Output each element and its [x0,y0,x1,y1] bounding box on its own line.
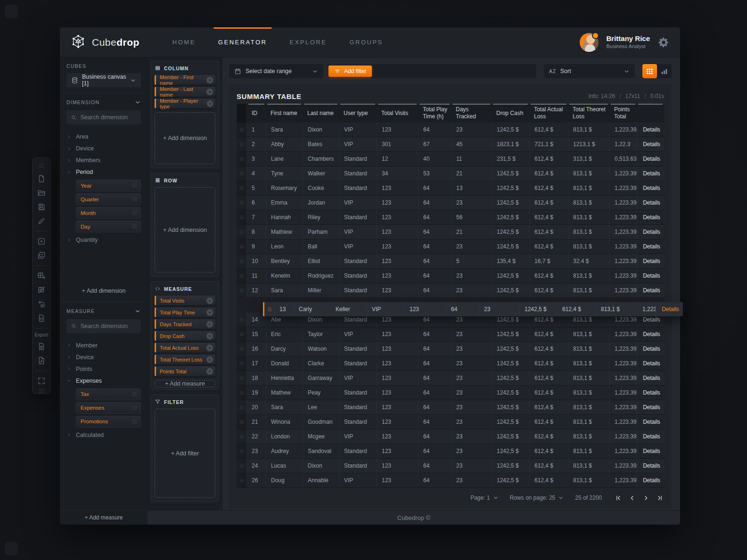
close-icon[interactable]: × [206,77,213,83]
tree-chip-month[interactable]: Month [76,207,141,219]
column-header[interactable]: Total Play Time (h) [418,104,451,123]
row-drag-handle[interactable] [237,254,247,268]
close-icon[interactable]: × [207,100,213,107]
nav-tab-groups[interactable]: GROUPS [338,27,394,57]
column-header[interactable]: Points Total [609,104,637,123]
close-icon[interactable]: × [206,333,213,339]
tree-chip-quarter[interactable]: Quarter [76,193,141,205]
file-code-button[interactable] [35,312,48,324]
tree-item-points[interactable]: Points [66,365,141,373]
last-page-button[interactable] [656,494,663,502]
table-row[interactable]: 1SaraDixonVIP12364231242,5 $612,4 $813,1… [237,123,664,137]
row-drag-handle[interactable] [237,181,247,195]
column-dropzone[interactable]: + Add dimension [155,112,215,164]
table-row[interactable]: 17DonaldClarkeStandard12364231242,5 $612… [237,356,664,371]
drag-handle[interactable] [132,405,137,411]
tree-chip-expenses[interactable]: Expenses [76,402,141,414]
table-row[interactable]: 6EmmaJordanVIP12364231242,5 $612,4 $813,… [237,196,664,210]
add-measure-button[interactable]: + Add measure [60,510,148,525]
details-link[interactable]: Details [637,210,664,224]
flip-button[interactable] [35,298,48,310]
row-drag-handle[interactable] [237,210,247,224]
details-link[interactable]: Details [637,327,664,341]
sort-select[interactable]: AZ Sort [544,64,635,78]
page-select[interactable]: Page: 1 [470,494,498,501]
drag-handle[interactable] [132,224,137,229]
column-header[interactable]: Days Tracked [451,104,492,123]
row-drag-handle[interactable] [237,166,247,181]
details-link[interactable]: Details [637,444,664,458]
table-add-button[interactable] [35,270,48,282]
rows-per-page-select[interactable]: Rows on page: 25 [510,494,564,501]
table-row[interactable]: 9LeonBallVIP12364231242,5 $612,4 $813,1 … [237,239,664,254]
row-drag-handle[interactable] [237,283,247,297]
file-pdf-button[interactable] [35,354,48,367]
builder-chip[interactable]: Drop Cash × [155,331,215,341]
table-row[interactable]: 21WinonaGoodmanStandard12364231242,5 $61… [237,415,664,429]
tree-item-period[interactable]: Period [66,168,141,176]
builder-chip[interactable]: Total Play Time × [155,307,215,317]
builder-chip[interactable]: Points Total × [155,366,215,376]
filter-dropzone[interactable]: + Add filter [155,409,215,498]
close-icon[interactable]: × [206,345,213,351]
table-row[interactable]: 4TyneWalkerStandard3453211242,5 $612,4 $… [237,166,664,181]
close-icon[interactable]: × [206,356,213,363]
row-drag-handle[interactable] [237,415,247,429]
column-header[interactable]: Last name [303,104,339,123]
details-link[interactable]: Details [656,302,683,316]
row-drag-handle[interactable] [237,342,247,356]
add-dimension-button[interactable]: + Add dimension [66,283,141,297]
first-page-button[interactable] [615,494,622,502]
chevron-down-icon[interactable] [134,308,141,314]
drag-handle[interactable] [132,210,137,215]
details-link[interactable]: Details [637,239,664,254]
table-row[interactable]: 22LondonMcgeeVIP12364231242,5 $612,4 $81… [237,429,664,444]
next-page-button[interactable] [642,494,649,502]
builder-chip[interactable]: Total Actual Loss × [155,343,215,353]
tree-item-member[interactable]: Member [66,341,141,350]
file-spreadsheet-button[interactable] [35,340,48,353]
row-drag-handle[interactable] [237,400,247,414]
tree-chip-year[interactable]: Year [76,180,141,191]
details-link[interactable]: Details [637,386,664,400]
tree-item-area[interactable]: Area [66,132,141,141]
add-filter-button[interactable]: Add filter [328,66,372,77]
nav-tab-explore[interactable]: EXPLORE [279,27,338,57]
table-row[interactable]: 8MathiewParhamVIP12364211242,5 $612,4 $8… [237,225,664,239]
chart-view-button[interactable] [657,64,672,78]
row-dropzone[interactable]: + Add dimension [155,187,215,272]
run-stack-button[interactable] [35,249,48,262]
drag-handle[interactable] [132,197,137,202]
tree-chip-promotions[interactable]: Promotions [76,416,141,428]
run-button[interactable] [35,235,48,247]
table-row[interactable]: 20SaraLeeStandard12364231242,5 $612,4 $8… [237,400,664,415]
date-range-select[interactable]: Select date range [229,64,323,78]
brand[interactable]: Cubedrop [70,33,140,51]
builder-chip[interactable]: Total Theoret Loss × [155,354,215,364]
table-row[interactable]: 16DarcyWatsonStandard12364231242,5 $612,… [237,342,664,356]
nav-tab-generator[interactable]: GENERATOR [207,27,279,57]
row-drag-handle[interactable] [237,444,247,458]
row-drag-handle[interactable] [237,371,247,385]
details-link[interactable]: Details [637,225,664,239]
drag-handle[interactable] [132,183,137,188]
row-drag-handle[interactable] [264,302,275,316]
table-row[interactable]: 18HenriettaGarrawayVIP12364231242,5 $612… [237,371,664,386]
details-link[interactable]: Details [637,152,664,166]
tree-item-calculated[interactable]: Calculated [66,431,141,439]
details-link[interactable]: Details [637,459,664,473]
tree-item-device[interactable]: Device [66,144,141,153]
details-link[interactable]: Details [637,429,664,444]
measure-section-header[interactable]: MEASURE [66,308,141,314]
builder-chip[interactable]: Member - Player type × [155,99,215,108]
row-drag-handle[interactable] [237,196,247,210]
table-row[interactable]: 12SaraMillerStandard12364231242,5 $612,4… [237,283,664,298]
details-link[interactable]: Details [637,137,664,151]
row-drag-handle[interactable] [237,313,247,327]
builder-chip[interactable]: Total Visits × [155,296,215,305]
close-icon[interactable]: × [206,309,213,316]
new-document-button[interactable] [35,173,48,185]
table-row[interactable]: 24LucasDixonStandard12364231242,5 $612,4… [237,459,664,473]
chevron-down-icon[interactable] [134,99,141,106]
details-link[interactable]: Details [637,371,664,385]
